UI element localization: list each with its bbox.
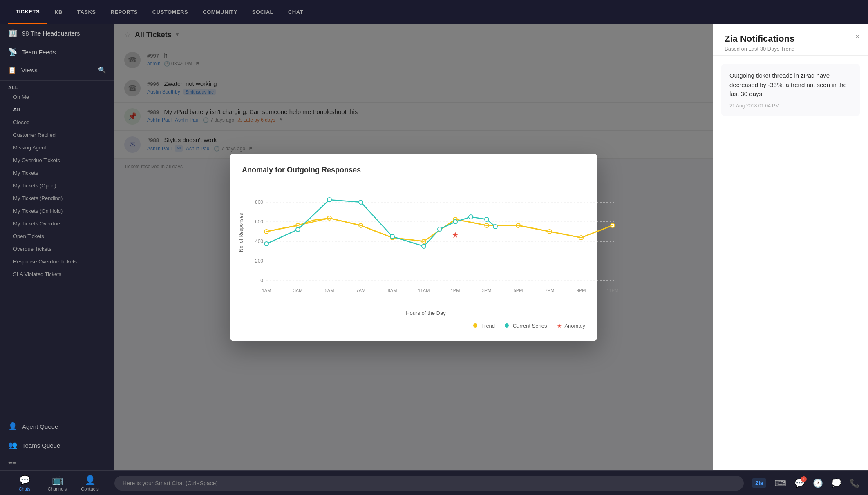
top-navigation: TICKETS KB TASKS REPORTS CUSTOMERS COMMU… [0,0,868,24]
sidebar-sub-customer-replied[interactable]: Customer Replied [0,129,114,141]
right-panel-header: Zia Notifications Based on Last 30 Days … [713,24,868,56]
svg-text:5AM: 5AM [325,288,334,293]
headquarters-icon: 🏢 [8,29,17,38]
svg-point-37 [359,200,363,204]
nav-customers[interactable]: CUSTOMERS [145,0,195,24]
sidebar: 🏢 98 The Headquarters 📡 Team Feeds 📋 Vie… [0,24,114,470]
collapse-icon: ⬅≡ [8,459,16,466]
nav-community[interactable]: COMMUNITY [195,0,245,24]
svg-point-42 [469,215,473,219]
svg-text:1AM: 1AM [262,288,271,293]
sidebar-collapse-button[interactable]: ⬅≡ [0,455,114,470]
chart-x-axis-label: Hours of the Day [266,310,585,316]
nav-social[interactable]: SOCIAL [245,0,281,24]
nav-tasks[interactable]: TASKS [70,0,103,24]
sidebar-sub-missing-agent[interactable]: Missing Agent [0,141,114,154]
trend-dot [473,323,477,328]
svg-text:11AM: 11AM [418,288,430,293]
svg-point-38 [390,234,394,239]
sidebar-divider-2 [0,415,114,415]
phone-icon[interactable]: 📞 [850,478,860,488]
sidebar-sub-closed[interactable]: Closed [0,116,114,129]
legend-current: Current Series [505,323,547,329]
sidebar-sub-sla-violated[interactable]: SLA Violated Tickets [0,268,114,281]
bottom-channels-button[interactable]: 📺 Channels [41,475,74,491]
svg-text:600: 600 [255,219,263,225]
clock-icon[interactable]: 🕐 [813,478,823,488]
nav-tickets[interactable]: TICKETS [8,0,47,24]
sidebar-teams-queue[interactable]: 👥 Teams Queue [0,436,114,455]
svg-text:200: 200 [255,258,263,264]
keyboard-icon[interactable]: ⌨ [774,478,786,488]
legend-anomaly-label: Anomaly [564,323,585,329]
contacts-label: Contacts [81,486,98,491]
svg-text:1PM: 1PM [451,288,460,293]
sidebar-sub-open[interactable]: Open Tickets [0,230,114,243]
svg-point-44 [493,225,497,229]
sidebar-sub-my-tickets-open[interactable]: My Tickets (Open) [0,179,114,192]
nav-kb[interactable]: KB [47,0,70,24]
sidebar-views-header[interactable]: 📋 Views 🔍 [0,61,114,79]
sidebar-sub-my-tickets-onhold[interactable]: My Tickets (On Hold) [0,205,114,217]
sidebar-views-label: Views [21,67,38,74]
bottom-bar: 💬 Chats 📺 Channels 👤 Contacts Here is yo… [0,470,868,495]
sidebar-item-team-feeds[interactable]: 📡 Team Feeds [0,42,114,61]
close-icon[interactable]: × [855,32,860,41]
chat-bubble-icon[interactable]: 💬 1 [794,478,805,488]
nav-reports[interactable]: REPORTS [103,0,145,24]
sidebar-sub-response-overdue[interactable]: Response Overdue Tickets [0,255,114,268]
svg-text:400: 400 [255,239,263,244]
svg-point-43 [485,217,489,221]
agent-queue-label: Agent Queue [22,423,58,430]
bottom-chats-button[interactable]: 💬 Chats [8,475,41,491]
channels-icon: 📺 [52,475,63,486]
notification-date: 21 Aug 2018 01:04 PM [729,103,852,109]
chart-y-axis-label: No. of Responses [238,213,244,252]
channels-label: Channels [48,486,67,491]
sidebar-sub-overdue[interactable]: Overdue Tickets [0,243,114,255]
bottom-right-icons: Zia ⌨ 💬 1 🕐 💭 📞 [752,478,860,488]
chart-svg: 0 200 400 600 800 1AM 3AM 5AM 7AM 9AM 11… [266,183,614,305]
modal-title: Anomaly for Outgoing Responses [242,166,585,174]
sidebar-headquarters-label: 98 The Headquarters [22,30,80,37]
smart-chat-input[interactable]: Here is your Smart Chat (Ctrl+Space) [114,476,744,491]
sidebar-item-headquarters[interactable]: 🏢 98 The Headquarters [0,24,114,42]
svg-text:★: ★ [452,230,459,239]
smart-chat-placeholder: Here is your Smart Chat (Ctrl+Space) [123,480,218,486]
search-icon[interactable]: 🔍 [98,66,106,74]
sidebar-sub-my-tickets-overdue[interactable]: My Tickets Overdue [0,217,114,230]
anomaly-modal: Anomaly for Outgoing Responses No. of Re… [230,154,597,341]
content-area: ☆ All Tickets ▼ ☎ #997 h admin 🕐 03:49 P… [114,24,713,470]
main-layout: 🏢 98 The Headquarters 📡 Team Feeds 📋 Vie… [0,24,868,470]
chat-badge: 1 [801,476,807,482]
sidebar-sub-on-me[interactable]: On Me [0,91,114,103]
sidebar-bottom: 👤 Agent Queue 👥 Teams Queue ⬅≡ [0,413,114,470]
anomaly-star-icon: ★ [557,323,562,329]
svg-point-34 [264,242,268,246]
sidebar-sub-my-overdue[interactable]: My Overdue Tickets [0,154,114,167]
teams-queue-label: Teams Queue [22,442,60,449]
current-dot [505,323,509,328]
sidebar-all-label: ALL [0,82,114,91]
nav-chat[interactable]: CHAT [281,0,311,24]
legend-trend-label: Trend [481,323,495,329]
bottom-contacts-button[interactable]: 👤 Contacts [74,475,106,491]
message-icon[interactable]: 💭 [831,478,841,488]
svg-point-40 [438,227,442,231]
teams-queue-icon: 👥 [8,441,17,450]
zia-logo[interactable]: Zia [752,478,766,488]
modal-overlay[interactable]: Anomaly for Outgoing Responses No. of Re… [114,24,713,470]
svg-text:0: 0 [260,278,263,283]
svg-point-35 [296,227,300,232]
chats-icon: 💬 [19,475,30,486]
sidebar-sub-my-tickets-pending[interactable]: My Tickets (Pending) [0,192,114,205]
right-panel: Zia Notifications Based on Last 30 Days … [713,24,868,470]
svg-point-36 [327,198,331,202]
sidebar-agent-queue[interactable]: 👤 Agent Queue [0,417,114,436]
svg-text:11PM: 11PM [607,288,619,293]
svg-text:800: 800 [255,199,263,205]
sidebar-sub-my-tickets[interactable]: My Tickets [0,167,114,179]
notification-card: Outgoing ticket threads in zPad have dec… [721,64,860,116]
sidebar-sub-all[interactable]: All [0,103,114,116]
legend-anomaly: ★ Anomaly [557,323,585,329]
